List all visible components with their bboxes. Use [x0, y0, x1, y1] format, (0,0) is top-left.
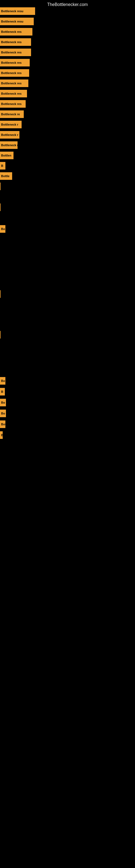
bottleneck-bar-2: Bottleneck res [0, 28, 32, 35]
bottleneck-bar-27: B [0, 431, 3, 439]
bottleneck-bar-24: Bo [0, 399, 6, 406]
bottleneck-label-5: Bottleneck res [1, 61, 21, 64]
bottleneck-bar-1: Bottleneck resu [0, 18, 34, 25]
bottleneck-label-14: Bottlen [1, 154, 11, 157]
bottleneck-label-4: Bottleneck res [1, 51, 21, 54]
bottleneck-line-20 [0, 290, 1, 298]
bottleneck-label-3: Bottleneck res [1, 40, 21, 44]
bottleneck-label-12: Bottleneck r [1, 133, 18, 136]
bottleneck-bar-0: Bottleneck resu [0, 7, 35, 15]
bottleneck-label-10: Bottleneck re [1, 113, 20, 116]
bottleneck-label-26: Bott [1, 423, 5, 426]
bottleneck-bar-6: Bottleneck res [0, 69, 29, 77]
bottleneck-line-18 [0, 204, 1, 211]
bottleneck-bar-14: Bottlen [0, 152, 13, 159]
bottleneck-line-21 [0, 331, 1, 339]
bottleneck-bar-13: Bottleneck r [0, 141, 17, 149]
bottleneck-bar-11: Bottleneck r [0, 121, 21, 128]
bottleneck-label-27: B [1, 433, 3, 437]
bottleneck-label-9: Bottleneck res [1, 102, 21, 105]
bottleneck-bar-7: Bottleneck res [0, 80, 28, 87]
bottleneck-label-0: Bottleneck resu [1, 9, 24, 13]
bottleneck-label-6: Bottleneck res [1, 71, 21, 74]
bottleneck-bar-19: Bo [0, 225, 5, 233]
bottleneck-bar-8: Bottleneck res [0, 90, 27, 97]
bottleneck-bar-10: Bottleneck re [0, 111, 24, 118]
bottleneck-bar-22: Bo [0, 377, 5, 384]
bottleneck-label-22: Bo [1, 379, 5, 382]
bottleneck-bar-15: B [0, 162, 5, 169]
bottleneck-label-19: Bo [1, 227, 5, 230]
bottleneck-label-8: Bottleneck res [1, 92, 21, 95]
bottleneck-label-7: Bottleneck res [1, 82, 21, 85]
bottleneck-label-23: B [1, 390, 3, 393]
bottleneck-bar-23: B [0, 388, 5, 396]
bottleneck-label-11: Bottleneck r [1, 123, 18, 126]
bottleneck-bar-9: Bottleneck res [0, 100, 26, 108]
bottleneck-bar-5: Bottleneck res [0, 59, 30, 66]
bottleneck-label-25: Bo [1, 412, 5, 415]
bottleneck-line-17 [0, 183, 1, 190]
bottleneck-bar-16: Bottle [0, 172, 12, 180]
bottleneck-label-2: Bottleneck res [1, 30, 21, 33]
bottleneck-label-16: Bottle [1, 175, 9, 178]
bottleneck-label-24: Bo [1, 401, 5, 404]
bottleneck-label-15: B [1, 164, 3, 167]
bottleneck-bar-26: Bott [0, 421, 5, 428]
bottleneck-bar-4: Bottleneck res [0, 49, 31, 56]
bottleneck-label-1: Bottleneck resu [1, 20, 24, 23]
bottleneck-label-13: Bottleneck r [1, 144, 17, 147]
bottleneck-bar-12: Bottleneck r [0, 131, 19, 138]
bottleneck-bar-25: Bo [0, 410, 6, 417]
bottleneck-bar-3: Bottleneck res [0, 38, 31, 46]
